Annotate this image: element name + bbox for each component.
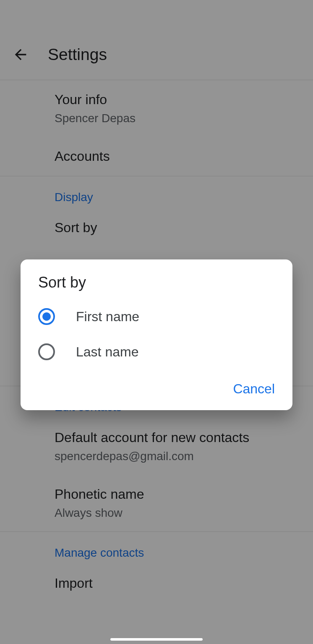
cancel-button[interactable]: Cancel xyxy=(228,377,280,401)
dialog-title: Sort by xyxy=(21,259,292,299)
radio-unselected-icon xyxy=(38,343,55,360)
home-indicator[interactable] xyxy=(110,638,203,641)
radio-option-last-name[interactable]: Last name xyxy=(21,334,292,369)
radio-selected-icon xyxy=(38,308,55,325)
radio-label: First name xyxy=(76,309,139,325)
radio-option-first-name[interactable]: First name xyxy=(21,299,292,334)
radio-label: Last name xyxy=(76,344,138,360)
sort-by-dialog: Sort by First name Last name Cancel xyxy=(21,259,292,410)
